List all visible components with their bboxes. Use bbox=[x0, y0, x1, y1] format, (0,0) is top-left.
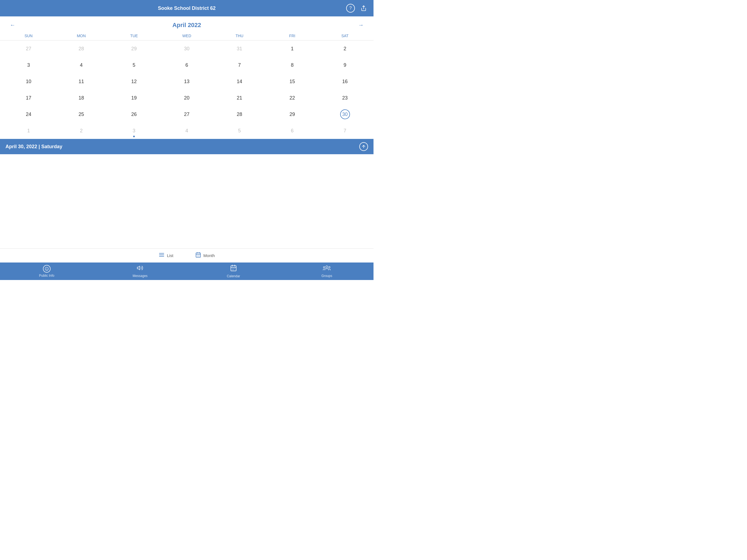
prev-month-button[interactable]: ← bbox=[6, 21, 19, 29]
calendar-day-30-other[interactable]: 30 bbox=[160, 41, 213, 57]
calendar-day-26[interactable]: 26 bbox=[108, 106, 160, 123]
calendar-day-27[interactable]: 27 bbox=[160, 106, 213, 123]
day-number: 11 bbox=[76, 77, 86, 86]
bottom-navigation: Public Info Messages C bbox=[0, 262, 374, 280]
calendar-day-23[interactable]: 23 bbox=[318, 90, 371, 106]
nav-calendar[interactable]: Calendar bbox=[187, 264, 280, 278]
nav-calendar-label: Calendar bbox=[227, 274, 240, 278]
day-number: 4 bbox=[182, 126, 192, 136]
day-number: 19 bbox=[129, 93, 139, 103]
day-number: 7 bbox=[340, 126, 350, 136]
month-view-button[interactable]: Month bbox=[195, 252, 215, 259]
nav-public-info[interactable]: Public Info bbox=[0, 265, 94, 278]
calendar-day-17[interactable]: 17 bbox=[2, 90, 55, 106]
nav-groups[interactable]: Groups bbox=[280, 265, 374, 278]
calendar-day-28-other[interactable]: 28 bbox=[55, 41, 108, 57]
calendar-day-3[interactable]: 3 bbox=[2, 57, 55, 73]
day-header-sun: SUN bbox=[2, 31, 55, 40]
day-number: 30 bbox=[182, 44, 192, 54]
day-number: 5 bbox=[235, 126, 244, 136]
calendar-day-5-other[interactable]: 5 bbox=[213, 123, 266, 139]
info-icon bbox=[43, 265, 51, 273]
day-number: 28 bbox=[235, 109, 244, 119]
day-number: 1 bbox=[24, 126, 33, 136]
selected-date-label: April 30, 2022 | Saturday bbox=[5, 144, 62, 150]
day-number: 20 bbox=[182, 93, 192, 103]
calendar-day-29-other[interactable]: 29 bbox=[108, 41, 160, 57]
calendar-day-13[interactable]: 13 bbox=[160, 73, 213, 90]
calendar-day-11[interactable]: 11 bbox=[55, 73, 108, 90]
day-number: 1 bbox=[287, 44, 297, 54]
calendar-day-27-other[interactable]: 27 bbox=[2, 41, 55, 57]
scroll-up-button[interactable] bbox=[359, 142, 368, 151]
calendar-day-6-other[interactable]: 6 bbox=[266, 123, 318, 139]
list-label: List bbox=[167, 253, 173, 258]
day-number: 29 bbox=[287, 109, 297, 119]
day-number: 17 bbox=[24, 93, 33, 103]
svg-marker-18 bbox=[137, 266, 140, 270]
day-number: 4 bbox=[76, 60, 86, 70]
calendar-day-9[interactable]: 9 bbox=[318, 57, 371, 73]
calendar-day-7[interactable]: 7 bbox=[213, 57, 266, 73]
share-button[interactable] bbox=[359, 4, 368, 12]
calendar-day-24[interactable]: 24 bbox=[2, 106, 55, 123]
day-number: 14 bbox=[235, 77, 244, 86]
calendar-day-10[interactable]: 10 bbox=[2, 73, 55, 90]
calendar-day-31-other[interactable]: 31 bbox=[213, 41, 266, 57]
event-dot bbox=[133, 136, 135, 137]
calendar-day-6[interactable]: 6 bbox=[160, 57, 213, 73]
calendar-day-15[interactable]: 15 bbox=[266, 73, 318, 90]
day-number: 25 bbox=[76, 109, 86, 119]
calendar-day-1[interactable]: 1 bbox=[266, 41, 318, 57]
calendar-day-5[interactable]: 5 bbox=[108, 57, 160, 73]
help-icon: ? bbox=[350, 6, 352, 11]
help-button[interactable]: ? bbox=[346, 4, 355, 12]
calendar-container: ← April 2022 → SUN MON TUE WED THU FRI S… bbox=[0, 17, 374, 262]
day-number: 27 bbox=[182, 109, 192, 119]
calendar-day-25[interactable]: 25 bbox=[55, 106, 108, 123]
calendar-day-16[interactable]: 16 bbox=[318, 73, 371, 90]
day-header-sat: SAT bbox=[318, 31, 371, 40]
day-number: 22 bbox=[287, 93, 297, 103]
day-number: 6 bbox=[182, 60, 192, 70]
calendar-day-20[interactable]: 20 bbox=[160, 90, 213, 106]
calendar-day-8[interactable]: 8 bbox=[266, 57, 318, 73]
day-number: 16 bbox=[340, 77, 350, 86]
calendar-day-28[interactable]: 28 bbox=[213, 106, 266, 123]
calendar-day-2-other[interactable]: 2 bbox=[55, 123, 108, 139]
calendar-day-30[interactable]: 30 bbox=[318, 106, 371, 123]
calendar-day-2[interactable]: 2 bbox=[318, 41, 371, 57]
calendar-day-29[interactable]: 29 bbox=[266, 106, 318, 123]
day-number: 29 bbox=[129, 44, 139, 54]
day-header-tue: TUE bbox=[108, 31, 160, 40]
month-label: Month bbox=[203, 253, 215, 258]
calendar-day-4[interactable]: 4 bbox=[55, 57, 108, 73]
calendar-day-14[interactable]: 14 bbox=[213, 73, 266, 90]
nav-groups-label: Groups bbox=[321, 274, 332, 278]
day-number: 10 bbox=[24, 77, 33, 86]
calendar-day-12[interactable]: 12 bbox=[108, 73, 160, 90]
calendar-day-18[interactable]: 18 bbox=[55, 90, 108, 106]
calendar-day-3-other[interactable]: 3 bbox=[108, 123, 160, 139]
day-number: 3 bbox=[129, 126, 139, 136]
calendar-day-19[interactable]: 19 bbox=[108, 90, 160, 106]
calendar-day-22[interactable]: 22 bbox=[266, 90, 318, 106]
content-area bbox=[0, 154, 374, 248]
day-number: 9 bbox=[340, 60, 350, 70]
next-month-button[interactable]: → bbox=[355, 21, 367, 29]
list-view-button[interactable]: List bbox=[159, 252, 173, 259]
calendar-day-21[interactable]: 21 bbox=[213, 90, 266, 106]
day-header-thu: THU bbox=[213, 31, 266, 40]
calendar-day-1-other[interactable]: 1 bbox=[2, 123, 55, 139]
up-arrow-icon bbox=[361, 144, 366, 149]
day-number: 18 bbox=[76, 93, 86, 103]
calendar-day-4-other[interactable]: 4 bbox=[160, 123, 213, 139]
calendar-day-7-other[interactable]: 7 bbox=[318, 123, 371, 139]
megaphone-icon bbox=[137, 265, 143, 273]
nav-messages[interactable]: Messages bbox=[94, 265, 187, 278]
svg-point-28 bbox=[326, 266, 328, 268]
day-number: 26 bbox=[129, 109, 139, 119]
nav-public-info-label: Public Info bbox=[39, 274, 54, 278]
month-icon bbox=[195, 252, 201, 259]
day-header-wed: WED bbox=[160, 31, 213, 40]
